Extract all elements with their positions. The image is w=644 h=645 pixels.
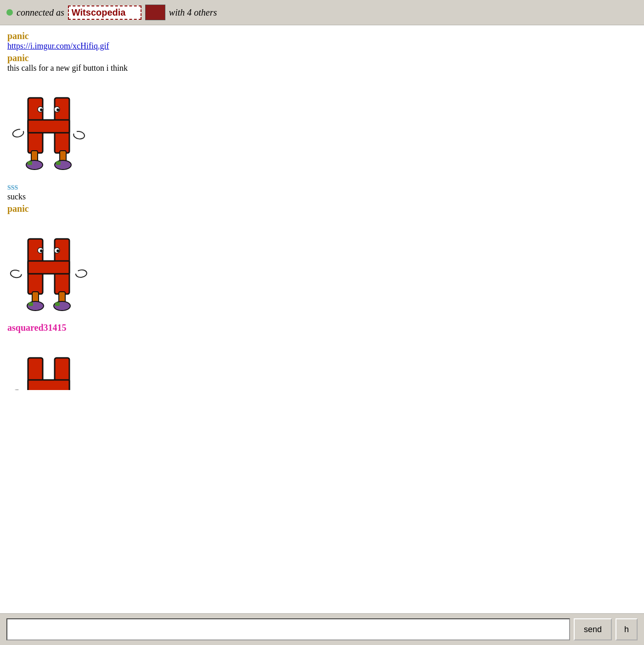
with-others-text: with 4 others: [169, 7, 217, 18]
username-label: panic: [7, 31, 637, 41]
svg-point-15: [40, 108, 43, 111]
gif-image-1: [7, 84, 637, 176]
input-bar: send h: [0, 613, 644, 645]
svg-rect-12: [56, 161, 61, 165]
connected-as-label: connected as: [17, 7, 64, 18]
h-button[interactable]: h: [616, 618, 638, 640]
message-text: sucks: [7, 192, 637, 202]
username-label: panic: [7, 204, 637, 214]
message-block: asquared31415: [7, 322, 637, 333]
message-block: sss sucks: [7, 181, 637, 202]
gif-image-3: [7, 344, 637, 390]
send-button[interactable]: send: [574, 618, 612, 640]
top-bar: connected as with 4 others: [0, 0, 644, 25]
chat-area: panic https://i.imgur.com/xcHifiq.gif pa…: [0, 25, 644, 613]
svg-rect-29: [55, 302, 60, 306]
message-text: this calls for a new gif button i think: [7, 63, 637, 73]
username-label: panic: [7, 53, 637, 63]
gif-image-2: [7, 225, 637, 317]
connection-status-dot: [6, 9, 13, 16]
svg-point-33: [56, 249, 59, 252]
svg-rect-6: [28, 120, 69, 133]
message-block: panic this calls for a new gif button i …: [7, 53, 637, 73]
svg-rect-38: [28, 380, 69, 390]
svg-rect-11: [28, 161, 32, 165]
username-label: asquared31415: [7, 322, 637, 333]
username-label: sss: [7, 181, 637, 192]
svg-rect-28: [28, 302, 33, 306]
svg-rect-23: [28, 261, 69, 274]
message-block: panic: [7, 204, 637, 214]
message-link[interactable]: https://i.imgur.com/xcHifiq.gif: [7, 41, 109, 51]
username-input[interactable]: [68, 6, 141, 20]
svg-point-16: [56, 108, 59, 111]
svg-point-32: [40, 249, 43, 252]
message-block: panic https://i.imgur.com/xcHifiq.gif: [7, 31, 637, 51]
color-swatch[interactable]: [145, 5, 165, 20]
message-input[interactable]: [6, 618, 570, 640]
